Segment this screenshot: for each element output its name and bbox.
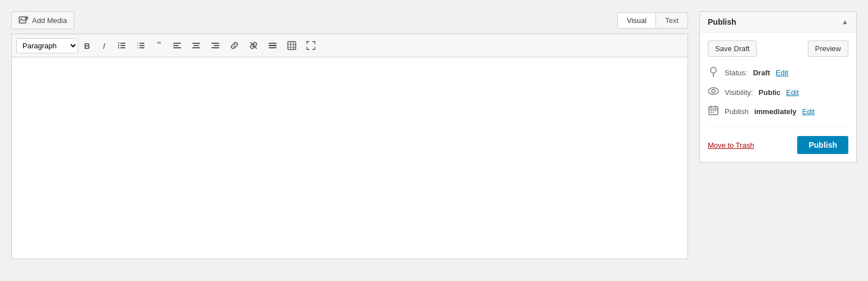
bold-button[interactable]: B bbox=[79, 38, 95, 53]
svg-rect-47 bbox=[713, 112, 714, 113]
svg-text:3: 3 bbox=[137, 46, 139, 49]
svg-rect-18 bbox=[173, 47, 181, 48]
svg-rect-30 bbox=[288, 42, 296, 49]
publish-meta: Status: Draft Edit Visibility: Public Ed… bbox=[708, 66, 848, 127]
table-button[interactable] bbox=[283, 38, 301, 53]
svg-point-7 bbox=[118, 43, 119, 44]
status-label: Status: bbox=[725, 69, 747, 77]
move-to-trash-button[interactable]: Move to Trash bbox=[708, 141, 754, 149]
sidebar: Publish ▲ Save Draft Preview Status: bbox=[699, 11, 857, 259]
save-draft-button[interactable]: Save Draft bbox=[708, 40, 757, 57]
preview-button[interactable]: Preview bbox=[808, 40, 848, 57]
visibility-edit-link[interactable]: Edit bbox=[786, 88, 798, 97]
align-right-button[interactable] bbox=[206, 38, 224, 53]
horizontal-rule-button[interactable] bbox=[264, 38, 282, 53]
editor-toolbar: Paragraph Heading 1 Heading 2 Heading 3 … bbox=[11, 34, 688, 57]
svg-rect-10 bbox=[139, 43, 144, 44]
svg-rect-28 bbox=[269, 47, 277, 48]
publish-time-label: Publish bbox=[725, 107, 749, 116]
publish-panel-toggle[interactable]: ▲ bbox=[842, 18, 848, 26]
publish-actions-row: Save Draft Preview bbox=[708, 40, 848, 57]
svg-point-9 bbox=[118, 47, 119, 48]
status-icon bbox=[708, 66, 719, 79]
status-edit-link[interactable]: Edit bbox=[776, 69, 788, 77]
svg-rect-23 bbox=[214, 45, 219, 46]
visibility-icon bbox=[708, 87, 719, 97]
publish-footer: Move to Trash Publish bbox=[708, 136, 848, 154]
svg-rect-21 bbox=[192, 47, 200, 48]
add-media-icon bbox=[19, 15, 29, 25]
svg-rect-4 bbox=[120, 43, 125, 44]
svg-rect-11 bbox=[139, 45, 144, 46]
svg-rect-17 bbox=[173, 45, 179, 46]
svg-rect-26 bbox=[269, 43, 277, 44]
svg-rect-44 bbox=[713, 110, 714, 111]
svg-rect-6 bbox=[120, 47, 125, 48]
blockquote-button[interactable]: " bbox=[151, 38, 167, 53]
publish-time-value: immediately bbox=[754, 107, 797, 116]
publish-time-edit-link[interactable]: Edit bbox=[802, 107, 815, 116]
publish-panel-title: Publish bbox=[708, 17, 736, 26]
svg-rect-43 bbox=[711, 110, 712, 111]
publish-time-row: Publish immediately Edit bbox=[708, 105, 848, 117]
svg-point-38 bbox=[712, 89, 715, 93]
unordered-list-button[interactable] bbox=[113, 38, 131, 53]
add-media-label: Add Media bbox=[32, 16, 67, 25]
align-left-button[interactable] bbox=[168, 38, 186, 53]
svg-point-35 bbox=[711, 67, 716, 73]
editor-content[interactable] bbox=[11, 57, 688, 259]
ordered-list-button[interactable]: 123 bbox=[132, 38, 150, 53]
status-row: Status: Draft Edit bbox=[708, 66, 848, 79]
status-value: Draft bbox=[753, 69, 770, 77]
svg-point-8 bbox=[118, 45, 119, 46]
svg-rect-19 bbox=[192, 43, 200, 44]
tab-text[interactable]: Text bbox=[656, 13, 688, 28]
svg-rect-5 bbox=[120, 45, 125, 46]
svg-rect-46 bbox=[711, 112, 712, 113]
publish-button[interactable]: Publish bbox=[797, 136, 848, 154]
svg-rect-12 bbox=[139, 47, 144, 48]
add-media-button[interactable]: Add Media bbox=[11, 11, 74, 29]
editor-topbar: Add Media Visual Text bbox=[11, 11, 688, 29]
svg-point-37 bbox=[708, 88, 718, 94]
svg-rect-16 bbox=[173, 43, 181, 44]
visibility-value: Public bbox=[758, 88, 780, 97]
visibility-row: Visibility: Public Edit bbox=[708, 87, 848, 97]
align-center-button[interactable] bbox=[187, 38, 205, 53]
unlink-button[interactable] bbox=[245, 38, 263, 53]
publish-panel-body: Save Draft Preview Status: Draft Edit bbox=[700, 33, 856, 162]
calendar-icon bbox=[708, 105, 719, 117]
publish-panel-header: Publish ▲ bbox=[700, 12, 856, 33]
editor-area: Add Media Visual Text Paragraph Heading … bbox=[11, 11, 688, 259]
svg-rect-24 bbox=[211, 47, 219, 48]
format-select[interactable]: Paragraph Heading 1 Heading 2 Heading 3 … bbox=[16, 38, 78, 53]
visibility-label: Visibility: bbox=[725, 88, 753, 97]
italic-button[interactable]: I bbox=[96, 38, 112, 53]
fullscreen-button[interactable] bbox=[302, 38, 320, 53]
svg-rect-45 bbox=[715, 110, 716, 111]
tab-visual[interactable]: Visual bbox=[618, 13, 656, 28]
editor-mode-tabs: Visual Text bbox=[617, 12, 688, 29]
svg-rect-20 bbox=[193, 45, 199, 46]
link-button[interactable] bbox=[225, 38, 243, 53]
publish-panel: Publish ▲ Save Draft Preview Status: bbox=[699, 11, 857, 162]
svg-rect-22 bbox=[211, 43, 219, 44]
